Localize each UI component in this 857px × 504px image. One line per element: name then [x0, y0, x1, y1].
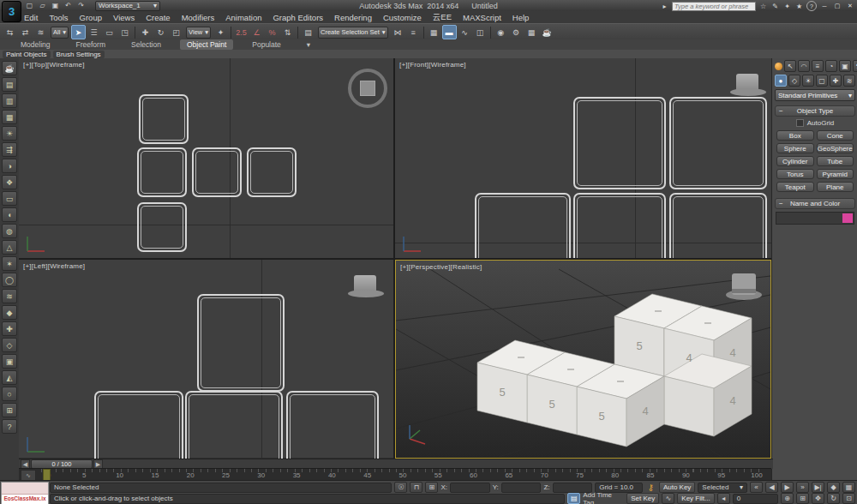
- edit-named-sets-icon[interactable]: ▤: [301, 25, 315, 39]
- rail-icon[interactable]: ✶: [2, 256, 17, 271]
- autogrid-checkbox[interactable]: [796, 119, 804, 127]
- previous-frame-icon[interactable]: ◀: [765, 482, 778, 493]
- create-tab-icon[interactable]: ↖: [784, 60, 796, 72]
- redo-icon[interactable]: ↷: [75, 1, 87, 10]
- snap-toggle-icon[interactable]: 2.5: [234, 25, 249, 39]
- material-editor-icon[interactable]: ◉: [494, 25, 508, 39]
- box-object-wireframe[interactable]: [94, 391, 183, 459]
- object-type-button[interactable]: Teapot: [776, 182, 814, 192]
- box-object-wireframe[interactable]: [247, 147, 297, 197]
- minimize-button[interactable]: ─: [819, 2, 830, 10]
- time-marker[interactable]: [43, 469, 51, 481]
- modify-tab-icon[interactable]: ◠: [798, 60, 810, 72]
- rectangular-region-icon[interactable]: ▭: [102, 25, 117, 39]
- panel-paint-objects[interactable]: Paint Objects: [3, 51, 51, 58]
- time-tag-icon[interactable]: ▤: [567, 493, 580, 504]
- open-file-icon[interactable]: ▱: [37, 1, 48, 10]
- object-type-button[interactable]: Tube: [817, 156, 854, 166]
- pan-icon[interactable]: ✥: [812, 493, 824, 504]
- percent-snap-icon[interactable]: %: [265, 25, 279, 39]
- spinner-snap-icon[interactable]: ⇅: [280, 25, 295, 39]
- selection-lock-icon[interactable]: ⊓: [410, 482, 423, 493]
- workspace-dropdown[interactable]: Workspace_1▾: [95, 1, 160, 11]
- rail-icon[interactable]: ✚: [2, 321, 17, 336]
- rail-icon[interactable]: ▭: [2, 191, 17, 206]
- key-step-icon[interactable]: ◆: [827, 482, 840, 493]
- select-manipulate-icon[interactable]: ✦: [213, 25, 228, 39]
- lights-icon[interactable]: ☀: [802, 75, 814, 87]
- rail-icon[interactable]: △: [2, 240, 17, 255]
- viewport-left-label[interactable]: [+][Left][Wireframe]: [23, 262, 85, 270]
- bind-spacewarp-icon[interactable]: ≋: [33, 25, 48, 39]
- object-type-button[interactable]: Box: [776, 130, 814, 141]
- box-object-wireframe[interactable]: [669, 193, 767, 258]
- menu-item[interactable]: 云EE: [433, 12, 452, 23]
- panel-brush-settings[interactable]: Brush Settings: [53, 51, 105, 58]
- zoom-icon[interactable]: ⊕: [781, 493, 794, 504]
- select-link-icon[interactable]: ⇆: [3, 25, 17, 39]
- hat-object[interactable]: [348, 275, 384, 299]
- object-type-button[interactable]: Torus: [776, 169, 814, 179]
- viewport-left[interactable]: [+][Left][Wireframe]: [19, 260, 393, 459]
- menu-item[interactable]: Group: [80, 13, 102, 22]
- hat-object-top-view[interactable]: [348, 69, 387, 108]
- help-icon[interactable]: ?: [806, 1, 817, 11]
- select-move-icon[interactable]: ✚: [138, 25, 153, 39]
- object-type-button[interactable]: Cone: [817, 130, 854, 141]
- isolate-selection-icon[interactable]: ☉: [394, 482, 407, 493]
- select-rotate-icon[interactable]: ↻: [153, 25, 168, 39]
- coord-x-field[interactable]: [450, 483, 490, 493]
- menu-item[interactable]: Rendering: [334, 13, 372, 22]
- object-type-button[interactable]: Sphere: [776, 143, 814, 153]
- time-config-icon[interactable]: ▦: [842, 482, 855, 493]
- key-filters-button[interactable]: Key Filt...: [677, 493, 714, 504]
- box-object-wireframe[interactable]: [137, 147, 187, 197]
- box-object-wireframe[interactable]: [573, 97, 666, 189]
- pen-icon[interactable]: ✎: [770, 2, 780, 10]
- collapse-icon[interactable]: −: [779, 200, 783, 207]
- new-file-icon[interactable]: ▢: [24, 1, 35, 10]
- display-tab-icon[interactable]: ▣: [839, 60, 851, 72]
- rendered-frame-window-icon[interactable]: ▦: [524, 25, 539, 39]
- render-setup-icon[interactable]: ⚙: [509, 25, 524, 39]
- rail-icon[interactable]: ☕: [2, 61, 17, 75]
- rail-icon[interactable]: ▣: [2, 354, 17, 369]
- rail-icon[interactable]: ❖: [2, 175, 17, 189]
- schematic-view-icon[interactable]: ◫: [473, 25, 488, 39]
- tab-selection[interactable]: Selection: [124, 39, 168, 50]
- auto-key-button[interactable]: Auto Key: [659, 482, 695, 493]
- viewport-perspective[interactable]: [+][Perspective][Realistic]: [395, 260, 771, 459]
- box-object-wireframe[interactable]: [137, 202, 187, 252]
- utilities-tab-icon[interactable]: ⚒: [853, 60, 857, 72]
- menu-item[interactable]: Help: [512, 13, 530, 22]
- rail-icon[interactable]: ◆: [2, 305, 17, 320]
- tab-populate[interactable]: Populate: [245, 39, 288, 50]
- listener-macro-pane[interactable]: [2, 483, 48, 495]
- viewport-top-label[interactable]: [+][Top][Wireframe]: [23, 61, 85, 69]
- track-bar[interactable]: ∿ 05101520253035404550556065707580859095…: [19, 468, 771, 481]
- save-file-icon[interactable]: ▣: [50, 1, 61, 10]
- collapse-icon[interactable]: −: [779, 107, 783, 115]
- box-object-wireframe[interactable]: [192, 147, 242, 197]
- viewport-top[interactable]: [+][Top][Wireframe]: [19, 58, 393, 258]
- menu-item[interactable]: Create: [146, 13, 171, 22]
- numbered-cubes[interactable]: [477, 294, 752, 447]
- shapes-icon[interactable]: ◇: [788, 75, 800, 87]
- rail-icon[interactable]: ⊞: [2, 403, 17, 417]
- hierarchy-tab-icon[interactable]: ≡: [812, 60, 824, 72]
- rail-icon[interactable]: ◯: [2, 273, 17, 287]
- rail-icon[interactable]: ◭: [2, 370, 17, 385]
- render-production-icon[interactable]: ☕: [540, 25, 554, 39]
- selection-filter-dropdown[interactable]: All▾: [51, 27, 69, 39]
- restore-button[interactable]: ▢: [832, 2, 842, 10]
- box-object-wireframe[interactable]: [185, 391, 283, 459]
- absolute-mode-icon[interactable]: ⊞: [425, 482, 438, 493]
- menu-item[interactable]: Tools: [49, 13, 68, 22]
- select-scale-icon[interactable]: ◰: [169, 25, 183, 39]
- tab-freeform[interactable]: Freeform: [69, 39, 112, 50]
- box-object-wireframe[interactable]: [139, 94, 189, 144]
- rail-icon[interactable]: ?: [2, 419, 17, 434]
- object-type-rollout[interactable]: − Object Type: [775, 105, 855, 117]
- maxscript-mini-listener[interactable]: EosClassMax.ix: [1, 482, 49, 504]
- rail-icon[interactable]: ▤: [2, 77, 17, 92]
